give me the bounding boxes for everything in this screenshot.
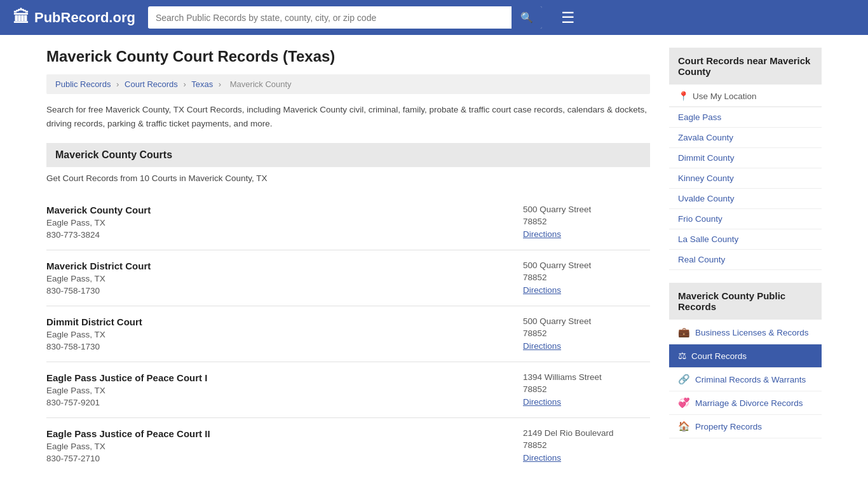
court-city-4: Eagle Pass, TX — [46, 442, 210, 451]
court-right-4: 2149 Del Rio Boulevard 78852 Directions — [523, 428, 650, 463]
record-icon-2: 🔗 — [678, 374, 690, 385]
court-phone-1: 830-758-1730 — [46, 286, 151, 295]
directions-link-2[interactable]: Directions — [523, 341, 561, 351]
record-icon-0: 💼 — [678, 327, 690, 338]
court-name-1: Maverick District Court — [46, 261, 151, 271]
search-bar: 🔍 — [148, 6, 542, 29]
sidebar-record-link-0[interactable]: 💼Business Licenses & Records — [669, 321, 822, 344]
record-icon-4: 🏠 — [678, 421, 690, 432]
sidebar-record-item-1[interactable]: ⚖Court Records — [669, 344, 822, 368]
search-input[interactable] — [148, 8, 512, 28]
sidebar-nearby-item-2[interactable]: Dimmit County — [669, 148, 822, 168]
court-zip-1: 78852 — [523, 273, 650, 282]
court-right-0: 500 Quarry Street 78852 Directions — [523, 205, 650, 240]
court-zip-4: 78852 — [523, 440, 650, 450]
court-left-1: Maverick District Court Eagle Pass, TX 8… — [46, 261, 151, 295]
sidebar-nearby-item-1[interactable]: Zavala County — [669, 128, 822, 148]
sidebar: Court Records near Maverick County 📍 Use… — [669, 48, 822, 473]
court-entry: Maverick District Court Eagle Pass, TX 8… — [46, 250, 650, 306]
court-phone-4: 830-757-2710 — [46, 454, 210, 463]
court-city-1: Eagle Pass, TX — [46, 274, 151, 283]
sidebar-nearby-link-6[interactable]: La Salle County — [669, 229, 822, 249]
breadcrumb-link-texas[interactable]: Texas — [191, 79, 213, 89]
directions-link-0[interactable]: Directions — [523, 229, 561, 239]
court-right-3: 1394 Williams Street 78852 Directions — [523, 372, 650, 407]
breadcrumb-current: Maverick County — [230, 79, 292, 89]
court-entry: Eagle Pass Justice of Peace Court II Eag… — [46, 418, 650, 473]
court-name-2: Dimmit District Court — [46, 316, 142, 327]
sidebar-public-records-header: Maverick County Public Records — [669, 283, 822, 320]
sidebar-nearby-item-6[interactable]: La Salle County — [669, 229, 822, 250]
sidebar-nearby-link-5[interactable]: Frio County — [669, 209, 822, 229]
sidebar-nearby-item-5[interactable]: Frio County — [669, 209, 822, 229]
use-location-item[interactable]: 📍 Use My Location — [669, 86, 822, 107]
court-phone-3: 830-757-9201 — [46, 398, 207, 407]
courts-count: Get Court Records from 10 Courts in Mave… — [46, 173, 650, 183]
sidebar-nearby-header: Court Records near Maverick County — [669, 48, 822, 85]
sidebar-nearby-item-7[interactable]: Real County — [669, 250, 822, 270]
sidebar-record-item-4[interactable]: 🏠Property Records — [669, 415, 822, 438]
breadcrumb-link-court-records[interactable]: Court Records — [125, 79, 178, 89]
breadcrumb: Public Records › Court Records › Texas ›… — [46, 74, 650, 94]
directions-link-4[interactable]: Directions — [523, 453, 561, 463]
page-description: Search for free Maverick County, TX Cour… — [46, 103, 650, 130]
logo-text: PubRecord.org — [34, 10, 135, 26]
breadcrumb-link-public-records[interactable]: Public Records — [55, 79, 111, 89]
sidebar-nearby-item-3[interactable]: Kinney County — [669, 168, 822, 189]
sidebar-nearby-link-4[interactable]: Uvalde County — [669, 189, 822, 208]
court-left-3: Eagle Pass Justice of Peace Court I Eagl… — [46, 372, 207, 407]
sidebar-nearby-link-1[interactable]: Zavala County — [669, 128, 822, 147]
court-right-1: 500 Quarry Street 78852 Directions — [523, 261, 650, 295]
sidebar-record-item-0[interactable]: 💼Business Licenses & Records — [669, 321, 822, 344]
court-zip-0: 78852 — [523, 217, 650, 226]
sidebar-nearby-link-2[interactable]: Dimmit County — [669, 148, 822, 168]
record-label-3: Marriage & Divorce Records — [695, 398, 803, 408]
site-header: 🏛 PubRecord.org 🔍 ☰ — [0, 0, 868, 35]
sidebar-nearby-link-3[interactable]: Kinney County — [669, 168, 822, 188]
court-entry: Dimmit District Court Eagle Pass, TX 830… — [46, 306, 650, 362]
court-entry: Eagle Pass Justice of Peace Court I Eagl… — [46, 362, 650, 418]
court-zip-3: 78852 — [523, 384, 650, 394]
court-city-0: Eagle Pass, TX — [46, 218, 151, 227]
court-left-2: Dimmit District Court Eagle Pass, TX 830… — [46, 316, 142, 351]
court-address-0: 500 Quarry Street — [523, 205, 650, 214]
court-address-3: 1394 Williams Street — [523, 372, 650, 382]
court-right-2: 500 Quarry Street 78852 Directions — [523, 316, 650, 351]
sidebar-record-item-2[interactable]: 🔗Criminal Records & Warrants — [669, 368, 822, 391]
court-address-2: 500 Quarry Street — [523, 316, 650, 326]
courts-list: Maverick County Court Eagle Pass, TX 830… — [46, 194, 650, 473]
sidebar-nearby-list: 📍 Use My Location Eagle PassZavala Count… — [669, 86, 822, 270]
hamburger-icon[interactable]: ☰ — [561, 9, 575, 27]
court-left-0: Maverick County Court Eagle Pass, TX 830… — [46, 205, 151, 240]
sidebar-record-item-3[interactable]: 💞Marriage & Divorce Records — [669, 391, 822, 415]
court-address-1: 500 Quarry Street — [523, 261, 650, 270]
court-city-3: Eagle Pass, TX — [46, 386, 207, 395]
court-address-4: 2149 Del Rio Boulevard — [523, 428, 650, 438]
record-label-1: Court Records — [691, 351, 747, 361]
directions-link-1[interactable]: Directions — [523, 285, 561, 295]
sidebar-record-link-4[interactable]: 🏠Property Records — [669, 415, 822, 438]
record-label-4: Property Records — [695, 422, 762, 431]
main-content: Maverick County Court Records (Texas) Pu… — [46, 48, 650, 473]
pin-icon: 📍 — [678, 91, 689, 101]
courts-section-header: Maverick County Courts — [46, 143, 650, 167]
sidebar-nearby-link-0[interactable]: Eagle Pass — [669, 107, 822, 127]
record-icon-1: ⚖ — [678, 350, 686, 362]
sidebar-record-link-1[interactable]: ⚖Court Records — [669, 344, 822, 367]
page-title: Maverick County Court Records (Texas) — [46, 48, 650, 65]
record-icon-3: 💞 — [678, 397, 690, 409]
sidebar-nearby-item-4[interactable]: Uvalde County — [669, 189, 822, 209]
court-phone-2: 830-758-1730 — [46, 342, 142, 351]
court-entry: Maverick County Court Eagle Pass, TX 830… — [46, 194, 650, 250]
court-phone-0: 830-773-3824 — [46, 230, 151, 240]
sidebar-nearby-item-0[interactable]: Eagle Pass — [669, 107, 822, 128]
site-logo[interactable]: 🏛 PubRecord.org — [13, 8, 135, 27]
sidebar-record-link-3[interactable]: 💞Marriage & Divorce Records — [669, 391, 822, 414]
sidebar-record-link-2[interactable]: 🔗Criminal Records & Warrants — [669, 368, 822, 391]
directions-link-3[interactable]: Directions — [523, 397, 561, 407]
court-left-4: Eagle Pass Justice of Peace Court II Eag… — [46, 428, 210, 463]
record-label-2: Criminal Records & Warrants — [695, 375, 806, 384]
search-button[interactable]: 🔍 — [512, 6, 542, 29]
sidebar-nearby-link-7[interactable]: Real County — [669, 250, 822, 269]
court-city-2: Eagle Pass, TX — [46, 330, 142, 339]
